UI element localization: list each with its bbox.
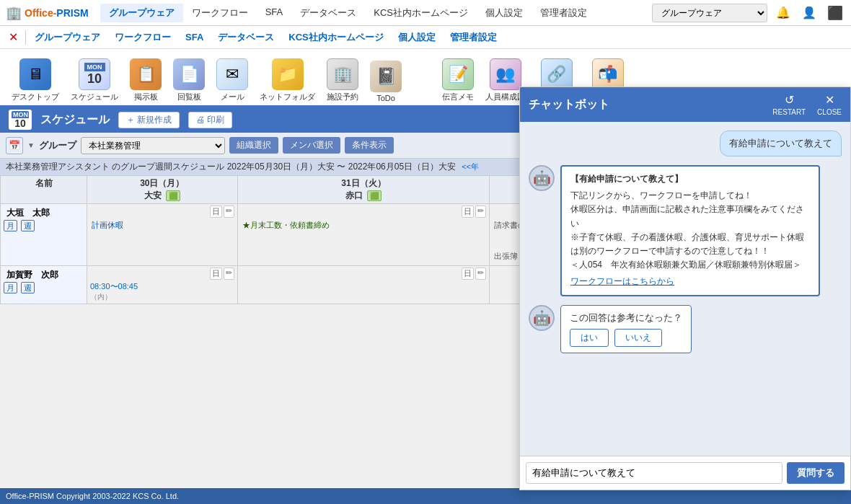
nav-sfa[interactable]: SFA	[257, 4, 292, 22]
icon-circular[interactable]: 📄 回覧板	[167, 56, 211, 105]
close-chatbot-icon: ✕	[825, 93, 834, 107]
icon-memo[interactable]: 📝 伝言メモ	[436, 56, 480, 105]
restart-button[interactable]: ↺ RESTART	[772, 93, 806, 116]
nav-workflow[interactable]: ワークフロー	[183, 4, 257, 22]
day-view-icon[interactable]: 日	[462, 205, 474, 218]
event-monthend[interactable]: ★月末工数・依頼書締め	[241, 219, 487, 231]
toolbar-divider	[25, 30, 26, 45]
icon-netfolder[interactable]: 📁 ネットフォルダ	[254, 56, 321, 105]
print-label: 印刷	[207, 114, 224, 126]
icon-schedule[interactable]: MON10 スケジュール	[65, 56, 124, 105]
nav-workflow-tb[interactable]: ワークフロー	[107, 28, 178, 47]
person-name-2: 加賀野 次郎	[4, 268, 84, 283]
nav-database[interactable]: データベース	[291, 4, 365, 22]
toolbar: ✕ グループウェア ワークフロー SFA データベース KCS社内ホームページ …	[0, 26, 851, 49]
circular-icon: 📄	[173, 58, 205, 90]
icon-mail[interactable]: ✉ メール	[211, 56, 254, 105]
condition-button[interactable]: 条件表示	[345, 137, 394, 154]
footer-text: Office-PRISM Copyright 2003-2022 KCS Co.…	[6, 492, 179, 500]
bell-icon[interactable]: 🔔	[773, 3, 793, 23]
logout-icon[interactable]: ⬛	[825, 3, 845, 23]
nav-homepage[interactable]: KCS社内ホームページ	[365, 4, 477, 22]
day-view-icon[interactable]: 日	[210, 205, 222, 218]
bulletin-icon: 📋	[130, 58, 162, 90]
chatbot-input[interactable]	[526, 462, 782, 484]
col-header-tue: 31日（火） 赤口 🟩	[237, 176, 490, 204]
chatbot-body: 有給申請について教えて 🤖 【有給申請について教えて】 下記リンクから、ワークフ…	[520, 122, 850, 456]
plus-icon: ＋	[126, 114, 135, 126]
icon-desktop[interactable]: 🖥 デスクトップ	[6, 56, 65, 105]
bot-line-1: 下記リンクから、ワークフローを申請してね！	[570, 189, 810, 203]
todo-label: ToDo	[376, 94, 395, 102]
module-select[interactable]: グループウェア	[652, 4, 767, 22]
cell-ogaki-mon: 日 ✏ 計画休暇	[87, 204, 238, 266]
feedback-no-button[interactable]: いいえ	[614, 329, 662, 347]
member-select-button[interactable]: メンバ選択	[283, 137, 340, 154]
feedback-row: 🤖 この回答は参考になった？ はい いいえ	[529, 305, 842, 353]
bot-title: 【有給申請について教えて】	[570, 172, 810, 186]
info-text: 本社業務管理アシスタント のグループ週間スケジュール 2022年05月30日（月…	[6, 161, 456, 173]
workflow-link[interactable]: ワークフローはこちらから	[570, 276, 674, 286]
logo: 🏢 Office-PRISM	[6, 5, 89, 21]
edit-icon[interactable]: ✏	[224, 205, 234, 218]
person-month-link-2[interactable]: 月	[4, 282, 17, 293]
nav-sfa-tb[interactable]: SFA	[178, 29, 211, 45]
bot-link-row: ワークフローはこちらから	[570, 275, 810, 288]
nav-personal[interactable]: 個人設定	[477, 4, 532, 22]
person-cell-2: 加賀野 次郎 月 週	[1, 266, 87, 304]
nav-groupware[interactable]: グループウェア	[100, 4, 183, 22]
feedback-question: この回答は参考になった？	[570, 311, 682, 324]
close-chatbot-button[interactable]: ✕ CLOSE	[817, 93, 842, 116]
desktop-icon: 🖥	[19, 58, 51, 90]
logo-icon: 🏢	[6, 5, 22, 21]
person-month-link-1[interactable]: 月	[4, 220, 17, 231]
header-nav: グループウェア ワークフロー SFA データベース KCS社内ホームページ 個人…	[100, 4, 652, 22]
chatbot-header: チャットボット ↺ RESTART ✕ CLOSE	[520, 87, 850, 122]
netfolder-label: ネットフォルダ	[260, 92, 315, 102]
user-icon[interactable]: 👤	[799, 3, 819, 23]
nav-personal-tb[interactable]: 個人設定	[391, 28, 443, 47]
close-button[interactable]: ✕	[3, 30, 24, 44]
icon-facility[interactable]: 🏢 施設予約	[321, 56, 364, 105]
cell-icons: 日 ✏	[241, 268, 487, 280]
edit-icon[interactable]: ✏	[475, 268, 486, 280]
edit-icon[interactable]: ✏	[475, 205, 486, 218]
person-cell-1: 大垣 太郎 月 週	[1, 204, 87, 266]
icon-bulletin[interactable]: 📋 掲示板	[124, 56, 167, 105]
circular-label: 回覧板	[177, 92, 201, 102]
new-schedule-button[interactable]: ＋ 新規作成	[118, 112, 180, 128]
cell-icons: 日 ✏	[241, 205, 487, 218]
user-message: 有給申請について教えて	[720, 131, 842, 156]
chatbot-send-button[interactable]: 質問する	[787, 462, 845, 484]
icon-todo[interactable]: 📓 ToDo	[364, 58, 407, 105]
desktop-label: デスクトップ	[12, 92, 59, 102]
filter-arrow[interactable]: ▼	[27, 141, 35, 149]
chatbot-controls: ↺ RESTART ✕ CLOSE	[772, 93, 842, 116]
filter-calendar-icon: 📅	[6, 137, 23, 154]
event-plan-leave[interactable]: 計画休暇	[90, 219, 234, 231]
weblink-icon: 🔗	[541, 58, 573, 90]
restart-label: RESTART	[772, 108, 806, 116]
person-week-link-1[interactable]: 週	[21, 220, 35, 231]
bot-avatar: 🤖	[529, 165, 555, 191]
person-week-link-2[interactable]: 週	[21, 282, 35, 293]
feedback-yes-button[interactable]: はい	[570, 329, 609, 347]
group-select[interactable]: 本社業務管理	[81, 137, 225, 154]
prev-year-btn[interactable]: <<年	[462, 162, 479, 172]
nav-database-tb[interactable]: データベース	[211, 28, 281, 47]
facility-icon: 🏢	[327, 58, 358, 90]
org-select-button[interactable]: 組織選択	[229, 137, 278, 154]
cell-icons: 日 ✏	[90, 205, 234, 218]
restart-icon: ↺	[785, 93, 794, 107]
nav-homepage-tb[interactable]: KCS社内ホームページ	[281, 28, 390, 47]
day-view-icon[interactable]: 日	[462, 268, 474, 280]
day-view-icon[interactable]: 日	[210, 268, 222, 280]
print-button[interactable]: 🖨 印刷	[188, 112, 232, 128]
nav-admin[interactable]: 管理者設定	[532, 4, 596, 22]
cell-kagano-mon: 日 ✏ 08:30〜08:45 （内）	[87, 266, 238, 304]
edit-icon[interactable]: ✏	[224, 268, 234, 280]
event-time[interactable]: 08:30〜08:45	[90, 281, 234, 292]
schedule-icon: MON10	[79, 58, 110, 90]
nav-admin-tb[interactable]: 管理者設定	[443, 28, 504, 47]
nav-groupware-tb[interactable]: グループウェア	[27, 28, 107, 47]
